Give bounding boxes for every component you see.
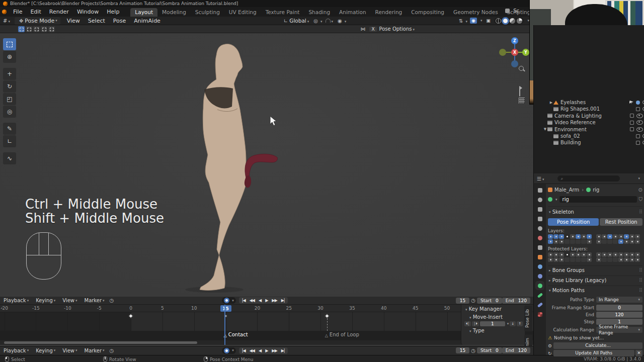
pose-library-header[interactable]: ▸ Pose Library (Legacy)⠿: [548, 278, 642, 283]
hide-eye-icon[interactable]: [636, 120, 643, 125]
layer-toggle[interactable]: [576, 239, 581, 244]
move-insert-header[interactable]: ▾ Move-Insert: [461, 313, 525, 321]
zoom-icon[interactable]: [518, 65, 525, 72]
layer-toggle[interactable]: [548, 239, 553, 244]
timeline2-end-frame-field[interactable]: End120: [502, 347, 530, 353]
outliner-row-sofa-02[interactable]: sofa_02: [534, 133, 644, 139]
texture-tab[interactable]: [537, 311, 543, 317]
timeline-menu-keying[interactable]: Keying ▾: [32, 298, 59, 303]
select-mode-extend[interactable]: [26, 26, 32, 32]
layer-toggle[interactable]: [587, 252, 592, 257]
timeline-menu-playback[interactable]: Playback ▾: [0, 298, 32, 303]
layer-toggle[interactable]: [570, 234, 575, 239]
layer-toggle[interactable]: [613, 252, 618, 257]
layer-toggle[interactable]: [629, 257, 634, 262]
timeline2-menu-view[interactable]: View ▾: [59, 348, 80, 353]
timeline-prev-keyframe-button[interactable]: ◀◀: [248, 298, 257, 303]
layer-toggle[interactable]: [570, 257, 575, 262]
object-tab[interactable]: [537, 254, 543, 260]
timeline2-prev-keyframe-button[interactable]: ◀◀: [248, 348, 257, 353]
workspace-tab-sculpting[interactable]: Sculpting: [191, 8, 224, 17]
type-header[interactable]: ▾ Type: [461, 327, 525, 334]
breadcrumb-data[interactable]: rig: [593, 187, 599, 193]
key-manager-header[interactable]: ▾ Key Manager: [461, 305, 525, 313]
layer-toggle[interactable]: [613, 257, 618, 262]
layer-toggle[interactable]: [565, 257, 570, 262]
layer-toggle[interactable]: [548, 252, 553, 257]
paintbrush-icon[interactable]: [636, 101, 640, 105]
timeline2-play-reverse-button[interactable]: ◀: [257, 348, 263, 353]
viewport-menu-pose[interactable]: Pose: [110, 18, 129, 24]
menu-render[interactable]: Render: [45, 9, 73, 15]
outliner-row-camera-lighting[interactable]: Camera & Lighting: [534, 113, 644, 119]
x-axis-mirror-toggle[interactable]: X: [369, 27, 376, 32]
update-all-paths-button[interactable]: Update All Paths: [553, 350, 634, 356]
layer-toggle[interactable]: [576, 252, 581, 257]
key-up-icon[interactable]: ↑: [517, 321, 523, 326]
object-data-tab[interactable]: [537, 283, 543, 289]
gizmo-toggle[interactable]: ⇅▾: [457, 18, 467, 24]
timeline-ruler[interactable]: -20-15-10-505101520253035404550: [0, 305, 533, 312]
timeline2-preview-range-icon[interactable]: ◷: [471, 348, 475, 353]
paths-type-dropdown[interactable]: In Range▾: [596, 297, 642, 303]
tab-pose-lib[interactable]: Pose Lib: [524, 306, 532, 331]
pose-position-button[interactable]: Pose Position: [548, 218, 599, 226]
output-tab[interactable]: [537, 206, 543, 212]
gizmo-x-axis[interactable]: X: [511, 49, 518, 56]
layer-toggle[interactable]: [570, 239, 575, 244]
navigation-gizmo[interactable]: Z X Y: [499, 37, 530, 67]
expand-arrow-icon[interactable]: ▼: [543, 127, 547, 131]
select-mode-intersect[interactable]: [48, 26, 55, 32]
material-shading-icon[interactable]: [510, 18, 515, 24]
timeline2-menu-marker[interactable]: Marker ▾: [81, 348, 108, 353]
viewport-3d[interactable]: ⊕+↻◰◎✎∟∿ Ctrl + Middle Mouse Shift + Mid…: [0, 33, 533, 297]
key-next-icon[interactable]: ⏐⏵: [472, 321, 478, 326]
layer-toggle[interactable]: [624, 239, 629, 244]
workspace-tab-geometry-nodes[interactable]: Geometry Nodes: [449, 8, 503, 17]
layer-toggle[interactable]: [602, 252, 607, 257]
layer-toggle[interactable]: [596, 257, 601, 262]
layer-toggle[interactable]: [607, 239, 612, 244]
workspace-tab-compositing[interactable]: Compositing: [407, 8, 449, 17]
timeline-current-frame-field[interactable]: 15: [456, 298, 469, 304]
layer-toggle[interactable]: [629, 252, 634, 257]
horizontal-scrollbar[interactable]: [4, 341, 197, 344]
layer-toggle[interactable]: [559, 239, 564, 244]
layer-toggle[interactable]: [624, 257, 629, 262]
layer-toggle[interactable]: [624, 234, 629, 239]
tool-tab[interactable]: [537, 187, 543, 193]
layer-toggle[interactable]: [581, 234, 586, 239]
solid-shading-icon[interactable]: [503, 18, 508, 24]
menu-file[interactable]: File: [9, 9, 26, 15]
layer-toggle[interactable]: [565, 234, 570, 239]
hide-eye-icon[interactable]: [636, 114, 643, 118]
workspace-tab-shading[interactable]: Shading: [304, 8, 335, 17]
move-insert-value[interactable]: 1: [480, 321, 505, 326]
current-frame-badge[interactable]: 15: [220, 305, 231, 312]
exclude-checkbox[interactable]: [636, 107, 640, 111]
layer-toggle[interactable]: [548, 234, 553, 239]
layer-toggle[interactable]: [635, 257, 640, 262]
editor-type-icon[interactable]: #▾: [3, 18, 10, 24]
camera-view-icon[interactable]: [519, 86, 520, 97]
outliner-row-building[interactable]: Building: [534, 139, 644, 146]
timeline-jump-start-button[interactable]: |◀: [240, 298, 248, 303]
layer-toggle[interactable]: [618, 234, 623, 239]
layer-toggle[interactable]: [629, 239, 634, 244]
workspace-tab-rendering[interactable]: Rendering: [371, 8, 407, 17]
select-mode-subtract[interactable]: [33, 26, 40, 32]
orientation-dropdown[interactable]: ∟Global▾: [282, 18, 309, 24]
selectable-icon[interactable]: [629, 101, 633, 105]
layer-toggle[interactable]: [553, 239, 558, 244]
layer-toggle[interactable]: [624, 252, 629, 257]
rest-position-button[interactable]: Rest Position: [600, 218, 642, 226]
marker-end-of-loop[interactable]: △End of Loop: [325, 332, 359, 338]
timeline2-auto-keying-toggle[interactable]: ▾: [222, 347, 236, 354]
layer-toggle[interactable]: [581, 257, 586, 262]
expand-arrow-icon[interactable]: ▶: [549, 101, 553, 105]
timeline-channel[interactable]: [0, 312, 533, 331]
clear-paths-x-button[interactable]: ✕: [635, 350, 642, 356]
layer-toggle[interactable]: [553, 234, 558, 239]
layer-toggle[interactable]: [548, 257, 553, 262]
layer-toggle[interactable]: [570, 252, 575, 257]
